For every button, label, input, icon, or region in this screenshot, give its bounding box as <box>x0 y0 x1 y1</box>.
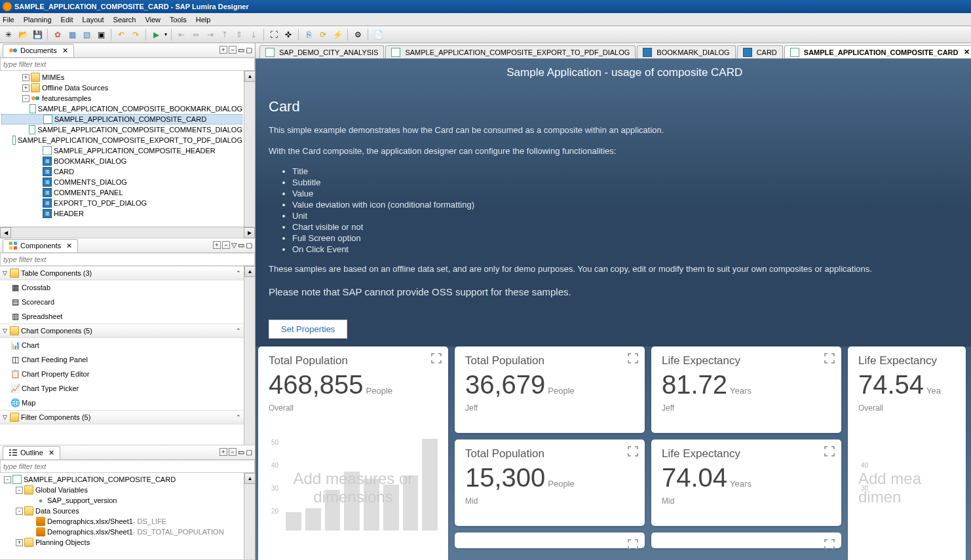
scrollbar-v[interactable]: ▲ <box>244 71 255 227</box>
run-dropdown-icon[interactable]: ▾ <box>164 31 167 37</box>
tree-item[interactable]: +Planning Objects <box>1 537 242 548</box>
card-partial[interactable] <box>651 532 841 548</box>
editor-tab[interactable]: CARD <box>737 45 783 58</box>
open-icon[interactable]: 📂 <box>17 29 29 41</box>
close-icon[interactable]: ✕ <box>62 47 68 55</box>
editor-tab-active[interactable]: SAMPLE_APPLICATION_COMPOSITE_CARD✕ <box>784 45 971 58</box>
card-total-population-mid[interactable]: Total Population 15,300People Mid <box>455 439 645 526</box>
tree-item[interactable]: ⊞BOOKMARK_DIALOG <box>1 156 242 166</box>
component-item[interactable]: ◫Chart Feeding Panel <box>0 352 244 367</box>
card-life-expectancy-jeff[interactable]: Life Expectancy 81.72Years Jeff <box>651 346 841 433</box>
run-icon[interactable]: ▶ <box>150 29 162 41</box>
align-bottom-icon[interactable]: ⤓ <box>248 29 259 41</box>
minimize-icon[interactable]: ▭ <box>238 46 244 54</box>
tree-item[interactable]: SAMPLE_APPLICATION_COMPOSITE_COMMENTS_DI… <box>1 124 242 135</box>
tree-item[interactable]: SAMPLE_APPLICATION_COMPOSITE_HEADER <box>1 145 242 156</box>
menu-edit[interactable]: Edit <box>61 16 73 24</box>
fullscreen-icon[interactable] <box>824 446 835 457</box>
menu-tools[interactable]: Tools <box>170 16 187 24</box>
tree-item[interactable]: ⊞HEADER <box>1 208 242 219</box>
align-right-icon[interactable]: ⇥ <box>204 29 216 41</box>
crosshair-icon[interactable]: ✜ <box>282 29 294 41</box>
scrollbar-v[interactable]: ▲ <box>244 266 255 445</box>
menu-file[interactable]: File <box>3 16 14 24</box>
design-canvas[interactable]: Sample Application - usage of composite … <box>256 59 971 560</box>
tree-item[interactable]: ⊞COMMENTS_PANEL <box>1 187 242 198</box>
scroll-left-icon[interactable]: ◀ <box>0 227 11 238</box>
tool-icon-3[interactable]: ▤ <box>81 29 92 41</box>
tree-item[interactable]: -Global Variables <box>1 485 242 495</box>
settings-icon[interactable]: ⚙ <box>352 29 364 41</box>
align-middle-icon[interactable]: ⇕ <box>233 29 245 41</box>
expand-icon[interactable]: + <box>219 46 227 54</box>
align-top-icon[interactable]: ⤒ <box>219 29 231 41</box>
tree-item[interactable]: SAMPLE_APPLICATION_COMPOSITE_EXPORT_TO_P… <box>1 135 242 145</box>
tree-item[interactable]: ⊞COMMENTS_DIALOG <box>1 177 242 187</box>
card-total-population-overall[interactable]: Total Population 468,855People Overall 5… <box>258 346 448 560</box>
section-header[interactable]: ▽Chart Components (5)⌃ <box>0 324 244 338</box>
tool-icon-4[interactable]: ▣ <box>95 29 107 41</box>
tree-item[interactable]: -Data Sources <box>1 506 242 516</box>
tree-item[interactable]: +Offline Data Sources <box>1 83 242 93</box>
outline-tree[interactable]: -SAMPLE_APPLICATION_COMPOSITE_CARD-Globa… <box>0 473 244 559</box>
close-icon[interactable]: ✕ <box>48 449 54 457</box>
expand-icon[interactable]: + <box>219 448 227 456</box>
close-icon[interactable]: ✕ <box>66 242 72 250</box>
component-item[interactable]: 🌐Map <box>0 396 244 410</box>
section-header[interactable]: ▽Filter Components (5)⌃ <box>0 410 244 424</box>
scroll-right-icon[interactable]: ▶ <box>244 227 255 238</box>
fullscreen-icon[interactable] <box>431 353 442 364</box>
component-item[interactable]: 📋Chart Property Editor <box>0 367 244 381</box>
expand-toggle[interactable]: - <box>22 95 29 102</box>
tool-icon-1[interactable]: ✿ <box>52 29 64 41</box>
fullscreen-icon[interactable] <box>824 539 835 550</box>
maximize-icon[interactable]: ▢ <box>246 46 252 54</box>
card-total-population-jeff[interactable]: Total Population 36,679People Jeff <box>455 346 645 433</box>
scroll-up-icon[interactable]: ▲ <box>244 266 255 277</box>
section-header[interactable]: ▽Table Components (3)⌃ <box>0 266 244 280</box>
align-center-h-icon[interactable]: ⇔ <box>190 29 202 41</box>
maximize-icon[interactable]: ▢ <box>246 241 252 250</box>
scrollbar-v[interactable]: ▲ <box>244 473 255 559</box>
collapse-icon[interactable]: − <box>229 46 237 54</box>
fit-icon[interactable]: ⛶ <box>268 29 280 41</box>
scrollbar-h[interactable]: ◀ ▶ <box>0 227 255 238</box>
expand-toggle[interactable]: + <box>22 74 29 81</box>
menu-planning[interactable]: Planning <box>24 16 52 24</box>
tree-item[interactable]: ●SAP_support_version <box>1 495 242 506</box>
documents-tree[interactable]: +MIMEs+Offline Data Sources-featuresampl… <box>0 71 244 227</box>
component-item[interactable]: ▤Scorecard <box>0 295 244 309</box>
component-item[interactable]: 📈Chart Type Picker <box>0 381 244 396</box>
refresh-icon[interactable]: ⟳ <box>317 29 329 41</box>
component-item[interactable]: ▦Crosstab <box>0 280 244 295</box>
tree-item[interactable]: +MIMEs <box>1 72 242 83</box>
collapse-icon[interactable]: − <box>222 241 230 249</box>
component-item[interactable]: 📊Chart <box>0 338 244 352</box>
editor-tab[interactable]: SAMPLE_APPLICATION_COMPOSITE_EXPORT_TO_P… <box>385 45 636 58</box>
copy-icon[interactable]: ⎘ <box>303 29 314 41</box>
doc-icon[interactable]: 📄 <box>372 29 384 41</box>
outline-filter-input[interactable] <box>0 460 255 473</box>
undo-icon[interactable]: ↶ <box>115 29 127 41</box>
tree-item[interactable]: SAMPLE_APPLICATION_COMPOSITE_CARD <box>1 114 242 124</box>
menu-layout[interactable]: Layout <box>83 16 104 24</box>
editor-tab[interactable]: SAP_DEMO_CITY_ANALYSIS <box>259 45 384 58</box>
documents-filter-input[interactable] <box>0 58 255 71</box>
tree-item[interactable]: SAMPLE_APPLICATION_COMPOSITE_BOOKMARK_DI… <box>1 103 242 114</box>
expand-toggle[interactable]: + <box>16 539 23 546</box>
documents-tab[interactable]: Documents ✕ <box>3 44 74 57</box>
fullscreen-icon[interactable] <box>824 353 835 364</box>
tool-icon-2[interactable]: ▦ <box>66 29 78 41</box>
menu-view[interactable]: View <box>145 16 161 24</box>
card-life-expectancy-overall[interactable]: Life Expectancy 74.54Yea Overall 4030 Ad… <box>848 346 966 560</box>
close-tab-icon[interactable]: ✕ <box>964 48 970 56</box>
fullscreen-icon[interactable] <box>628 539 638 550</box>
tree-item[interactable]: ⊞CARD <box>1 166 242 177</box>
menu-help[interactable]: Help <box>196 16 211 24</box>
wand-icon[interactable]: ⚡ <box>332 29 343 41</box>
menu-dropdown-icon[interactable]: ▽ <box>231 241 237 250</box>
minimize-icon[interactable]: ▭ <box>238 448 244 457</box>
components-tab[interactable]: Components ✕ <box>3 239 78 252</box>
expand-toggle[interactable]: - <box>4 476 11 483</box>
expand-icon[interactable]: + <box>213 241 221 249</box>
